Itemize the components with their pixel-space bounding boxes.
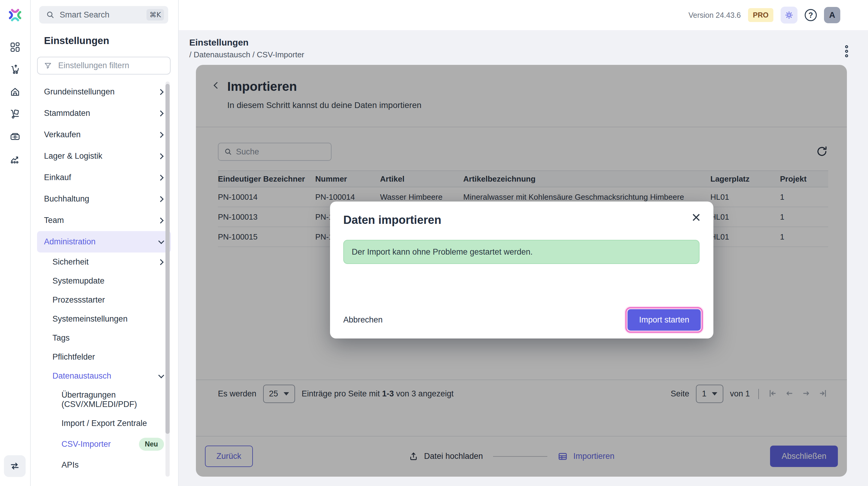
sidebar-item-import-export-zentrale[interactable]: Import / Export Zentrale (44, 414, 164, 433)
shortcut-badge: ⌘K (147, 9, 164, 21)
sidebar-item-team[interactable]: Team (44, 210, 164, 231)
sidebar-item-prozessstarter[interactable]: Prozessstarter (44, 290, 164, 310)
chevron-right-icon (158, 89, 164, 95)
xentral-logo (7, 7, 23, 23)
app-root: Smart Search ⌘K Einstellungen Einstellun… (0, 0, 868, 486)
sidebar-item-label: Tags (53, 333, 164, 343)
chevron-right-icon (158, 153, 164, 159)
page-title: Einstellungen (189, 37, 868, 48)
cancel-button[interactable]: Abbrechen (343, 310, 383, 330)
sidebar-item-buchhaltung[interactable]: Buchhaltung (44, 188, 164, 210)
smart-search-placeholder: Smart Search (60, 10, 147, 20)
rail-item-warehouse-icon[interactable] (7, 86, 24, 98)
sidebar-scrollbar[interactable] (165, 82, 170, 477)
sidebar-item-label: Einkauf (44, 173, 158, 182)
settings-sidebar: Smart Search ⌘K Einstellungen Einstellun… (31, 0, 179, 486)
icon-rail (0, 0, 31, 486)
handtruck-icon (9, 108, 21, 120)
analytics-icon (9, 153, 21, 164)
kebab-menu-icon[interactable] (843, 44, 850, 59)
gear-icon (784, 10, 794, 20)
sidebar-item-label: Sicherheit (53, 257, 158, 267)
sidebar-item-label: Stammdaten (44, 109, 158, 118)
sidebar-item-label: Lager & Logistik (44, 151, 158, 161)
chevron-right-icon (158, 110, 164, 116)
sidebar-item-label: Verkaufen (44, 130, 158, 139)
settings-filter-input[interactable]: Einstellungen filtern (37, 57, 170, 75)
sidebar-item-csv-importer[interactable]: CSV-ImporterNeu (44, 433, 164, 456)
filter-placeholder: Einstellungen filtern (58, 61, 129, 70)
new-badge: Neu (139, 438, 164, 451)
help-icon[interactable]: ? (805, 9, 817, 21)
rail-item-banknote-icon[interactable] (7, 130, 24, 142)
rail-item-dashboard-icon[interactable] (7, 41, 24, 53)
settings-gear-button[interactable] (781, 7, 798, 24)
chevron-down-icon (158, 238, 164, 244)
rail-item-cart-up-icon[interactable] (7, 63, 24, 76)
dialog-footer: Abbrechen Import starten (343, 309, 701, 331)
sidebar-item-sicherheit[interactable]: Sicherheit (44, 253, 164, 271)
chevron-right-icon (158, 196, 164, 202)
sidebar-item-apis[interactable]: APIs (44, 456, 164, 475)
close-icon[interactable]: × (692, 209, 701, 225)
sidebar-item-einkauf[interactable]: Einkauf (44, 167, 164, 188)
topbar-right: Version 24.43.6 PRO ? A (688, 0, 868, 30)
sidebar-item-übertragungen-csv-xml-edi-pdf[interactable]: Übertragungen (CSV/XML/EDI/PDF) (44, 385, 164, 414)
sidebar-title: Einstellungen (44, 35, 178, 47)
page-header: Einstellungen / Datenaustausch / CSV-Imp… (179, 30, 868, 59)
version-label: Version 24.43.6 (688, 11, 741, 20)
sidebar-item-label: Übertragungen (CSV/XML/EDI/PDF) (61, 390, 164, 409)
chevron-right-icon (158, 259, 164, 265)
chevron-down-icon (158, 372, 164, 378)
sidebar-item-pflichtfelder[interactable]: Pflichtfelder (44, 347, 164, 367)
main-area: Einstellungen / Datenaustausch / CSV-Imp… (179, 30, 868, 486)
sidebar-toggle-icon[interactable] (4, 455, 26, 477)
settings-menu: GrundeinstellungenStammdatenVerkaufenLag… (31, 81, 178, 479)
sidebar-item-label: APIs (61, 460, 164, 470)
cart-up-icon (9, 64, 21, 75)
sidebar-item-label: Prozessstarter (53, 295, 164, 305)
banknote-icon (9, 131, 21, 142)
search-icon (46, 10, 55, 19)
sidebar-item-label: Import / Export Zentrale (61, 419, 164, 428)
sidebar-item-stammdaten[interactable]: Stammdaten (44, 103, 164, 124)
sidebar-item-label: Systemupdate (53, 276, 164, 286)
breadcrumb: / Datenaustausch / CSV-Importer (189, 50, 868, 59)
sidebar-item-label: Pflichtfelder (53, 352, 164, 362)
funnel-icon (44, 61, 52, 70)
success-alert: Der Import kann ohne Probleme gestartet … (343, 240, 700, 264)
sidebar-item-label: Systemeinstellungen (53, 314, 164, 324)
sidebar-item-label: Buchhaltung (44, 194, 158, 204)
smart-search-input[interactable]: Smart Search ⌘K (39, 6, 168, 24)
scrollbar-thumb[interactable] (165, 84, 170, 434)
chevron-right-icon (158, 218, 164, 224)
sidebar-item-label: Grundeinstellungen (44, 87, 158, 96)
sidebar-item-administration[interactable]: Administration (37, 231, 171, 253)
sidebar-item-label: Team (44, 216, 158, 225)
import-dialog: Daten importieren × Der Import kann ohne… (330, 202, 713, 339)
start-import-button[interactable]: Import starten (627, 309, 701, 331)
avatar[interactable]: A (824, 7, 840, 23)
chevron-right-icon (158, 175, 164, 181)
sidebar-item-datenaustausch[interactable]: Datenaustausch (44, 367, 164, 385)
sidebar-item-label: Datenaustausch (53, 371, 159, 381)
sidebar-item-tags[interactable]: Tags (44, 328, 164, 347)
pro-badge: PRO (748, 8, 773, 22)
sidebar-item-systemupdate[interactable]: Systemupdate (44, 271, 164, 290)
dialog-title: Daten importieren (343, 213, 441, 227)
chevron-right-icon (158, 132, 164, 138)
rail-item-analytics-icon[interactable] (7, 153, 24, 165)
warehouse-icon (9, 86, 21, 97)
sidebar-item-systemeinstellungen[interactable]: Systemeinstellungen (44, 310, 164, 328)
rail-item-handtruck-icon[interactable] (7, 108, 24, 120)
sidebar-item-oauth[interactable]: OAuth (44, 475, 164, 479)
sidebar-item-lager-logistik[interactable]: Lager & Logistik (44, 145, 164, 167)
dashboard-icon (9, 41, 21, 53)
sidebar-item-label: CSV-Importer (61, 439, 135, 449)
sidebar-item-label: Administration (44, 237, 159, 247)
sidebar-item-grundeinstellungen[interactable]: Grundeinstellungen (44, 81, 164, 103)
rail-nav (0, 41, 30, 165)
sidebar-item-verkaufen[interactable]: Verkaufen (44, 124, 164, 145)
